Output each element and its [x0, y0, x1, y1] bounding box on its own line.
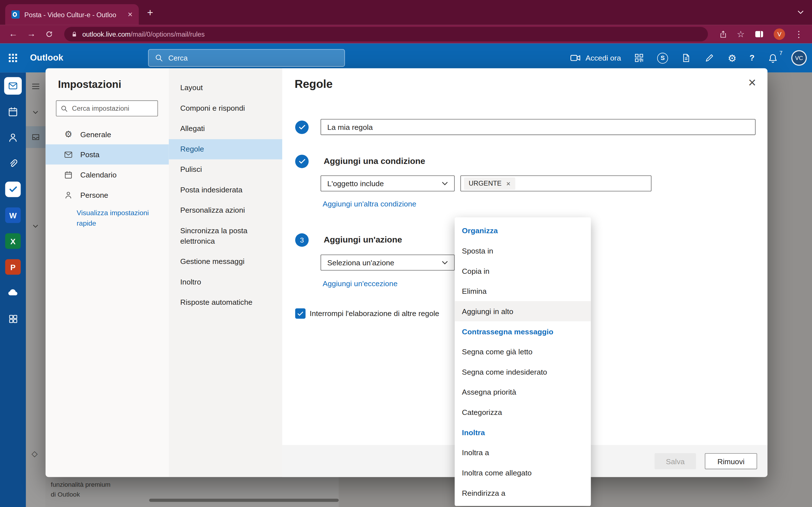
action-select[interactable]: Seleziona un'azione	[320, 255, 455, 271]
search-input[interactable]	[168, 54, 338, 62]
settings-search-icon	[61, 105, 68, 112]
subcategory-sincronizza[interactable]: Sincronizza la posta elettronica	[169, 221, 282, 251]
dialog-close-button[interactable]: ×	[748, 74, 756, 91]
subcategory-layout[interactable]: Layout	[169, 78, 282, 98]
menu-item-segna-come-indesiderato[interactable]: Segna come indesiderato	[455, 362, 591, 382]
rules-title: Regole	[295, 78, 333, 91]
more-apps-icon[interactable]	[4, 310, 22, 327]
settings-category-posta[interactable]: Posta	[46, 144, 169, 165]
screen: Posta - Video Cultur-e - Outloo × + ← → …	[0, 0, 812, 507]
chevron-down-icon	[442, 181, 448, 186]
settings-subcategory-list: Layout Componi e rispondi Allegati Regol…	[169, 78, 282, 313]
settings-category-generale[interactable]: ⚙ Generale	[46, 124, 169, 145]
mail-module-icon[interactable]	[4, 77, 22, 95]
reload-button[interactable]	[45, 30, 53, 38]
menu-group-inoltra: Inoltra	[455, 422, 591, 443]
settings-gear-icon[interactable]: ⚙	[728, 52, 737, 64]
settings-search[interactable]	[56, 100, 158, 116]
step3-badge: 3	[295, 233, 309, 247]
help-icon[interactable]: ?	[749, 53, 755, 62]
menu-item-inoltra-a[interactable]: Inoltra a	[455, 442, 591, 462]
quick-settings-link[interactable]: Visualizza impostazioni rapide	[77, 208, 154, 229]
settings-title: Impostazioni	[58, 78, 121, 91]
browser-tab-bar: Posta - Video Cultur-e - Outloo × +	[0, 0, 812, 25]
menu-item-reindirizza-a[interactable]: Reindirizza a	[455, 483, 591, 503]
subcategory-posta-indesiderata[interactable]: Posta indesiderata	[169, 180, 282, 201]
menu-item-sposta-in[interactable]: Sposta in	[455, 240, 591, 261]
notifications-bell-icon[interactable]: 7	[767, 52, 778, 63]
url-domain: outlook.live.com	[82, 30, 131, 38]
settings-category-calendario[interactable]: Calendario	[46, 165, 169, 185]
browser-tab[interactable]: Posta - Video Cultur-e - Outloo ×	[5, 4, 139, 25]
remove-button[interactable]: Rimuovi	[705, 453, 757, 469]
chevron-down-icon	[442, 261, 448, 265]
join-now-button[interactable]: Accedi ora	[569, 52, 621, 64]
subcategory-allegati[interactable]: Allegati	[169, 119, 282, 139]
subcategory-componi[interactable]: Componi e rispondi	[169, 98, 282, 119]
pen-icon[interactable]	[704, 53, 715, 63]
header-search[interactable]	[148, 49, 345, 66]
skype-icon[interactable]: S	[657, 52, 668, 63]
settings-category-list: ⚙ Generale Posta Calendario	[46, 124, 169, 205]
rule-name-input[interactable]	[320, 119, 756, 135]
tab-close-icon[interactable]: ×	[128, 10, 133, 18]
subcategory-risposte-automatiche[interactable]: Risposte automatiche	[169, 292, 282, 313]
outlook-favicon	[11, 10, 19, 18]
address-bar[interactable]: outlook.live.com/mail/0/options/mail/rul…	[64, 27, 708, 41]
url-path: /mail/0/options/mail/rules	[131, 30, 205, 38]
stop-processing-checkbox[interactable]	[295, 308, 306, 319]
menu-group-organizza: Organizza	[455, 220, 591, 240]
menu-item-elimina[interactable]: Elimina	[455, 281, 591, 301]
lock-icon	[71, 31, 78, 38]
subcategory-gestione-messaggi[interactable]: Gestione messaggi	[169, 251, 282, 272]
document-icon[interactable]	[681, 53, 692, 63]
subcategory-pulisci[interactable]: Pulisci	[169, 159, 282, 180]
menu-item-copia-in[interactable]: Copia in	[455, 261, 591, 281]
powerpoint-icon[interactable]: P	[5, 259, 20, 275]
condition-value-field[interactable]: URGENTE ×	[460, 175, 652, 191]
browser-menu-icon[interactable]: ⋮	[795, 29, 803, 40]
attachments-module-icon[interactable]	[4, 155, 22, 172]
subcategory-personalizza-azioni[interactable]: Personalizza azioni	[169, 201, 282, 221]
subcategory-inoltro[interactable]: Inoltro	[169, 272, 282, 292]
action-dropdown-menu: Organizza Sposta in Copia in Elimina Agg…	[455, 217, 591, 506]
tab-list-chevron-icon[interactable]	[798, 10, 804, 15]
side-panel-icon[interactable]	[754, 30, 764, 39]
onedrive-icon[interactable]	[4, 284, 22, 301]
qr-code-icon[interactable]	[634, 53, 644, 63]
menu-group-contrassegna-messaggio: Contrassegna messaggio	[455, 321, 591, 342]
menu-item-segna-come-gia-letto[interactable]: Segna come già letto	[455, 341, 591, 362]
add-exception-link[interactable]: Aggiungi un'eccezione	[322, 279, 398, 288]
menu-item-assegna-priorita[interactable]: Assegna priorità	[455, 382, 591, 402]
excel-icon[interactable]: X	[5, 233, 20, 249]
video-camera-icon	[569, 52, 581, 64]
settings-search-input[interactable]	[72, 105, 153, 112]
subcategory-regole-selected[interactable]: Regole	[169, 139, 282, 160]
todo-module-icon[interactable]	[5, 182, 20, 197]
calendar-module-icon[interactable]	[4, 103, 22, 121]
new-tab-button[interactable]: +	[147, 7, 153, 18]
person-icon	[63, 190, 73, 200]
add-condition-link[interactable]: Aggiungi un'altra condizione	[322, 200, 416, 208]
menu-item-inoltra-come-allegato[interactable]: Inoltra come allegato	[455, 462, 591, 483]
bookmark-star-icon[interactable]: ☆	[737, 29, 745, 40]
save-button[interactable]: Salva	[655, 453, 696, 469]
settings-dialog: Impostazioni ⚙ Generale Posta	[46, 68, 767, 477]
account-avatar[interactable]: VC	[792, 50, 807, 66]
settings-category-persone[interactable]: Persone	[46, 185, 169, 205]
gear-icon: ⚙	[63, 129, 73, 140]
app-launcher-icon[interactable]	[8, 53, 18, 63]
browser-profile-avatar[interactable]: V	[774, 29, 785, 40]
word-icon[interactable]: W	[5, 208, 20, 223]
remove-tag-icon[interactable]: ×	[506, 179, 511, 187]
browser-toolbar: ← → outlook.live.com/mail/0/options/mail…	[0, 25, 812, 43]
menu-item-aggiungi-in-alto[interactable]: Aggiungi in alto	[455, 301, 591, 321]
condition-select[interactable]: L'oggetto include	[320, 175, 455, 191]
menu-item-categorizza[interactable]: Categorizza	[455, 402, 591, 422]
back-button[interactable]: ←	[9, 29, 17, 40]
condition-tag-chip: URGENTE ×	[464, 177, 515, 189]
people-module-icon[interactable]	[4, 129, 22, 146]
forward-button[interactable]: →	[27, 29, 36, 40]
condition-heading: Aggiungi una condizione	[324, 156, 425, 166]
share-icon[interactable]	[719, 30, 727, 39]
